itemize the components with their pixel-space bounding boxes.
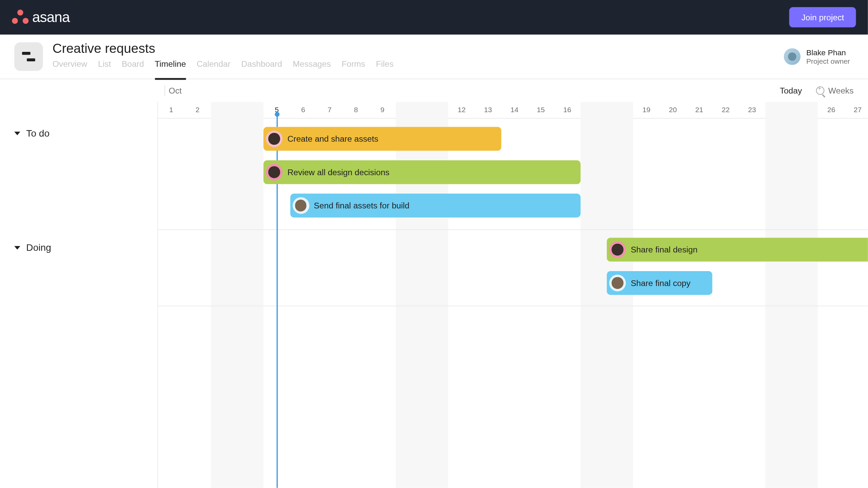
top-nav-bar: asana Join project	[0, 0, 868, 35]
timeline-canvas[interactable]: 1234567891011121314151617181920212223242…	[158, 102, 868, 488]
day-header-27: 27	[845, 102, 868, 118]
project-title: Creative requests	[53, 41, 784, 57]
day-header-22: 22	[712, 102, 739, 118]
tab-dashboard[interactable]: Dashboard	[241, 59, 282, 72]
task-title: Create and share assets	[288, 134, 378, 144]
day-header-1: 1	[158, 102, 184, 118]
day-header-10: 10	[396, 102, 422, 118]
chevron-down-icon	[14, 246, 20, 250]
day-header-9: 9	[369, 102, 396, 118]
tab-timeline[interactable]: Timeline	[155, 59, 186, 72]
project-icon	[14, 42, 43, 71]
day-header-23: 23	[739, 102, 765, 118]
day-header-6: 6	[290, 102, 316, 118]
weekend-shade	[396, 102, 449, 488]
day-header-8: 8	[343, 102, 369, 118]
tab-board[interactable]: Board	[122, 59, 144, 72]
tab-overview[interactable]: Overview	[53, 59, 87, 72]
day-header-16: 16	[554, 102, 580, 118]
day-header-26: 26	[818, 102, 845, 118]
section-header-to-do[interactable]: To do	[0, 119, 157, 145]
asana-wordmark: asana	[32, 9, 70, 25]
day-header-13: 13	[475, 102, 501, 118]
day-header-25: 25	[792, 102, 818, 118]
task-bar[interactable]: Share final design	[607, 238, 868, 261]
day-header-17: 17	[580, 102, 607, 118]
day-header-19: 19	[633, 102, 660, 118]
month-label: Oct	[164, 85, 182, 96]
task-title: Send final assets for build	[314, 201, 410, 210]
weekend-shade	[211, 102, 264, 488]
task-bar[interactable]: Create and share assets	[263, 127, 501, 150]
day-header-7: 7	[316, 102, 343, 118]
join-project-button[interactable]: Join project	[789, 7, 856, 27]
timeline-controls-row: Oct Today Weeks	[0, 79, 868, 102]
project-tabs: OverviewListBoardTimelineCalendarDashboa…	[53, 59, 784, 72]
section-header-doing[interactable]: Doing	[0, 229, 157, 259]
day-header-20: 20	[659, 102, 686, 118]
assignee-avatar	[266, 164, 282, 180]
task-title: Review all design decisions	[288, 167, 390, 177]
asana-logo: asana	[12, 9, 70, 25]
day-header-12: 12	[448, 102, 475, 118]
owner-avatar	[784, 48, 800, 65]
task-bar[interactable]: Review all design decisions	[263, 160, 580, 184]
tab-list[interactable]: List	[98, 59, 111, 72]
timeline-grid: To doDoing 12345678910111213141516171819…	[0, 102, 868, 488]
section-name: Doing	[26, 243, 51, 253]
day-header-18: 18	[607, 102, 633, 118]
task-title: Share final design	[631, 245, 697, 255]
project-owner[interactable]: Blake Phan Project owner	[784, 48, 850, 65]
section-name: To do	[26, 128, 50, 139]
day-header-11: 11	[422, 102, 449, 118]
weekend-shade	[765, 102, 818, 488]
task-bar[interactable]: Share final copy	[607, 271, 712, 295]
zoom-level-selector[interactable]: Weeks	[816, 86, 853, 95]
day-header-4: 4	[237, 102, 263, 118]
day-header-3: 3	[211, 102, 237, 118]
tab-calendar[interactable]: Calendar	[197, 59, 231, 72]
tab-forms[interactable]: Forms	[341, 59, 365, 72]
zoom-level-label: Weeks	[828, 86, 854, 95]
day-header-21: 21	[686, 102, 712, 118]
day-header-row: 1234567891011121314151617181920212223242…	[158, 102, 868, 119]
owner-name: Blake Phan	[806, 48, 850, 57]
section-sidebar: To doDoing	[0, 102, 158, 488]
tab-messages[interactable]: Messages	[293, 59, 331, 72]
day-header-24: 24	[765, 102, 792, 118]
day-header-14: 14	[501, 102, 528, 118]
assignee-avatar	[609, 274, 626, 291]
task-title: Share final copy	[631, 278, 691, 288]
day-header-2: 2	[184, 102, 211, 118]
project-header: Creative requests OverviewListBoardTimel…	[0, 35, 868, 79]
owner-role: Project owner	[806, 57, 850, 65]
assignee-avatar	[266, 130, 282, 147]
chevron-down-icon	[14, 132, 20, 136]
assignee-avatar	[292, 197, 309, 214]
assignee-avatar	[609, 241, 626, 258]
task-bar[interactable]: Send final assets for build	[290, 194, 580, 217]
zoom-icon	[816, 86, 825, 95]
day-header-15: 15	[528, 102, 554, 118]
asana-logo-icon	[12, 9, 28, 25]
tab-files[interactable]: Files	[376, 59, 394, 72]
today-button[interactable]: Today	[780, 86, 802, 95]
